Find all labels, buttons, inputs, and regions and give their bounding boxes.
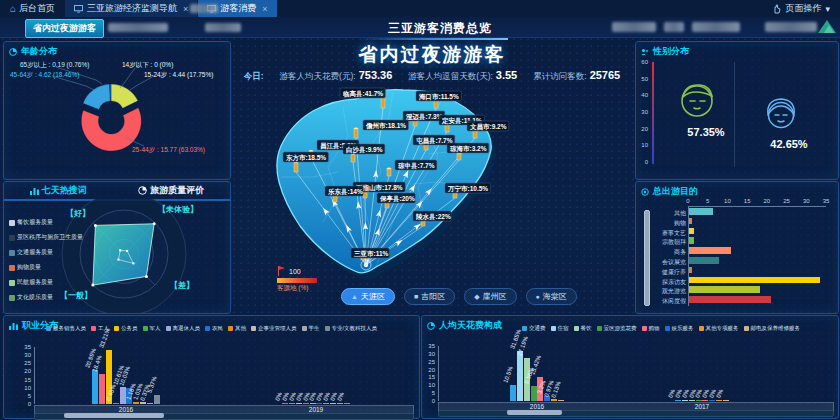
category-label: 其他 (638, 209, 686, 218)
purpose-bar-会议展览 (689, 257, 719, 264)
purpose-bar-健康疗养 (689, 267, 692, 274)
nav-home[interactable]: ⌂ 后台首页 (0, 0, 65, 17)
x-tick-label: 0 (682, 198, 694, 204)
legend-item[interactable]: 其他专项服务 (699, 325, 739, 332)
y-tick-label: 35 (422, 343, 435, 349)
legend-item[interactable]: 服务销售人员 (46, 325, 86, 332)
male-percentage: 57.35% (676, 126, 736, 138)
legend-item[interactable]: 购物 (642, 325, 660, 332)
map-city-label: 三亚市:11% (354, 250, 389, 257)
legend-item[interactable]: 其他 (228, 325, 246, 332)
donut-label-15-24岁: 15-24岁 : 4.44 (17.75%) (144, 71, 213, 80)
tab-travel-quality-evaluation[interactable]: 旅游质量评价 (138, 184, 204, 197)
close-icon[interactable]: × (262, 4, 267, 14)
redacted-text (664, 22, 684, 32)
panel-title: 人均天花费构成 (439, 319, 502, 332)
tab-monitor-navigation[interactable]: 三亚旅游经济监测导航 × (65, 0, 198, 17)
pie-icon (427, 322, 435, 330)
datazoom-handle[interactable] (507, 410, 562, 415)
city-marker[interactable] (351, 154, 355, 162)
main-title: 省内过夜游游客 (229, 42, 635, 68)
city-marker[interactable] (473, 130, 477, 138)
legend-swatch (665, 326, 670, 331)
y-tick-label: 10 (636, 142, 648, 148)
purpose-bar-探亲访友 (689, 277, 820, 284)
bar-服务销售人员 (92, 370, 98, 404)
legend-swatch (302, 326, 307, 331)
legend-item[interactable]: 军人 (143, 325, 161, 332)
legend-item[interactable]: 公务员 (114, 325, 138, 332)
radar-legend-item[interactable]: 文化娱乐质量 (9, 293, 83, 302)
flag-icon (277, 266, 286, 276)
city-marker[interactable] (387, 168, 391, 176)
legend-item[interactable]: 交通费 (522, 325, 546, 332)
page-operations-menu[interactable]: 页面操作 ▾ (762, 2, 840, 15)
bar-军人 (303, 403, 309, 405)
radar-legend-item[interactable]: 餐饮服务质量 (9, 218, 83, 227)
city-marker[interactable] (354, 128, 358, 138)
donut-label-25-44岁: 25-44岁 : 15.77 (63.03%) (132, 146, 205, 155)
radar-legend-item[interactable]: 购物质量 (9, 263, 83, 272)
bar-娱乐服务 (709, 400, 715, 402)
stat-item: 游客人均逗留天数(天):3.55 (408, 69, 517, 83)
datazoom-slider[interactable] (438, 410, 834, 417)
y-tick-label: 20 (18, 368, 31, 374)
today-stats: 今日: 游客人均天花费(元):753.36游客人均逗留天数(天):3.55累计访… (229, 69, 635, 83)
bar-邮电及保养维修服务 (723, 400, 729, 402)
legend-item[interactable]: 离退休人员 (166, 325, 201, 332)
y-tick-label: 20 (422, 367, 435, 373)
purpose-bar-其他 (689, 208, 713, 215)
district-tab-4[interactable]: ●海棠区 (526, 288, 577, 305)
legend-item[interactable]: 工人 (91, 325, 109, 332)
radar-legend-item[interactable]: 交通服务质量 (9, 248, 83, 257)
category-label: 赛事文艺 (638, 229, 686, 238)
map-city-label: 儋州市:18.1% (365, 122, 406, 130)
legend-item[interactable]: 农民 (205, 325, 223, 332)
y-tick-label: 0 (422, 398, 435, 404)
legend-swatch (325, 326, 330, 331)
district-tab-2[interactable]: ■吉阳区 (404, 288, 455, 305)
x-axis-line (688, 206, 826, 207)
bar-专业/文教科技人员 (344, 403, 350, 405)
stat-item: 游客人均天花费(元):753.36 (280, 69, 393, 83)
filter-overnight-visitors-button[interactable]: 省内过夜游游客 (25, 19, 104, 38)
radar-legend: 餐饮服务质量景区秩序与厕所卫生质量交通服务质量购物质量民航服务质量文化娱乐质量 (9, 218, 83, 308)
legend-item[interactable]: 专业/文教科技人员 (325, 325, 378, 332)
female-face-icon (761, 94, 801, 132)
city-marker[interactable] (294, 162, 298, 172)
radar-legend-item[interactable]: 民航服务质量 (9, 278, 83, 287)
female-percentage: 42.65% (759, 138, 819, 150)
legend-item[interactable]: 餐饮 (574, 325, 592, 332)
panel-title: 总出游目的 (653, 185, 698, 198)
purpose-bar-休闲度假 (689, 296, 771, 303)
y-tick-label: 25 (422, 359, 435, 365)
x-tick-label: 35 (820, 198, 832, 204)
close-icon[interactable]: × (183, 4, 188, 14)
district-tab-1[interactable]: ▲天涯区 (341, 288, 395, 305)
radar-series-inner (118, 250, 133, 263)
legend-item[interactable]: 娱乐服务 (665, 325, 694, 332)
legend-item[interactable]: 邮电及保养维修服务 (744, 325, 801, 332)
bar-其他 (133, 402, 139, 404)
y-tick-label: 30 (422, 351, 435, 357)
panel-travel-purpose: 总出游目的 05101520253035其他购物赛事文艺宗教朝拜商务会议展览健康… (635, 181, 839, 314)
bar-学生 (337, 403, 343, 405)
legend-item[interactable]: 景区游览花费 (597, 325, 637, 332)
district-tab-3[interactable]: ◆崖州区 (464, 288, 516, 305)
legend-item[interactable]: 住宿 (551, 325, 569, 332)
bar-景区游览花费 (696, 400, 702, 402)
legend-item[interactable]: 学生 (302, 325, 320, 332)
datazoom-handle[interactable] (64, 413, 164, 418)
brand-logo-icon (818, 20, 836, 33)
top-navigation-bar: ⌂ 后台首页 三亚旅游经济监测导航 × 游客消费 × 页面操作 ▾ (0, 0, 840, 18)
x-category-label: 2016 (104, 406, 148, 413)
y-tick-label: 5 (18, 393, 31, 399)
radar-legend-item[interactable]: 景区秩序与厕所卫生质量 (9, 233, 83, 242)
bar-企事业管理人员 (140, 402, 146, 404)
chart-legend: 服务销售人员工人公务员军人离退休人员农民其他企事业管理人员学生专业/文教科技人员 (46, 325, 377, 332)
bar-服务销售人员 (282, 403, 288, 405)
map-city-label: 海口市:11.5% (418, 93, 459, 101)
legend-item[interactable]: 企事业管理人员 (251, 325, 297, 332)
city-marker[interactable] (457, 153, 461, 160)
tab-hot-search-words[interactable]: 七天热搜词 (30, 184, 87, 197)
